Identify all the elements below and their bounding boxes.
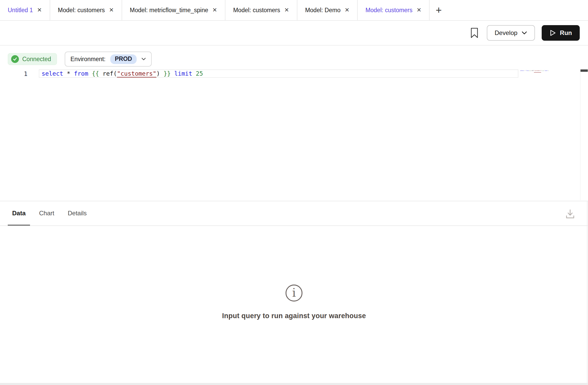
tab-label: Model: Demo [305, 7, 341, 14]
run-button[interactable]: Run [542, 25, 580, 41]
tab-model-customers-2[interactable]: Model: customers ✕ [225, 0, 297, 20]
code-token: ref [531, 70, 533, 71]
close-icon[interactable]: ✕ [212, 7, 217, 13]
connection-status-row: Connected Environment: PROD [0, 46, 588, 67]
environment-value-pill: PROD [110, 54, 137, 64]
develop-label: Develop [495, 29, 517, 37]
code-token: 25 [548, 70, 549, 71]
code-token: "customers" [117, 70, 156, 77]
tab-model-customers-3[interactable]: Model: customers ✕ [358, 0, 430, 20]
download-button[interactable] [564, 208, 576, 220]
code-token [171, 70, 174, 77]
code-token: select [520, 70, 524, 71]
tab-label: Model: metricflow_time_spine [130, 7, 208, 14]
tab-bar: Untitled 1 ✕ Model: customers ✕ Model: m… [0, 0, 588, 21]
environment-selector[interactable]: Environment: PROD [65, 52, 152, 67]
code-token [70, 70, 74, 77]
editor-scrollbar-track [580, 69, 580, 200]
code-line-1[interactable]: select * from {{ ref("customers") }} lim… [39, 69, 518, 78]
tab-model-customers-1[interactable]: Model: customers ✕ [50, 0, 122, 20]
code-token [88, 70, 92, 77]
code-token: from [74, 70, 88, 77]
code-token: ) [156, 70, 160, 77]
chevron-down-icon [521, 31, 527, 35]
empty-state: i Input query to run against your wareho… [222, 284, 366, 320]
code-token: ref [102, 70, 113, 77]
info-icon: i [285, 284, 303, 302]
code-token [160, 70, 164, 77]
tab-model-metricflow-time-spine[interactable]: Model: metricflow_time_spine ✕ [122, 0, 225, 20]
tab-untitled-1[interactable]: Untitled 1 ✕ [0, 0, 50, 20]
add-tab-button[interactable]: + [430, 0, 448, 20]
close-icon[interactable]: ✕ [417, 7, 421, 13]
close-icon[interactable]: ✕ [37, 7, 42, 13]
code-token: select [42, 70, 63, 77]
play-icon [549, 29, 556, 37]
download-icon [564, 208, 576, 220]
code-token: * [67, 70, 70, 77]
code-token: ( [113, 70, 117, 77]
editor-section: Connected Environment: PROD 1 select * f… [0, 46, 588, 201]
code-token [192, 70, 196, 77]
code-token: limit [544, 70, 548, 71]
tab-details[interactable]: Details [63, 202, 91, 226]
code-token: "customers" [534, 70, 541, 71]
close-icon[interactable]: ✕ [345, 7, 349, 13]
code-token [99, 70, 103, 77]
results-panel-header: Data Chart Details [0, 201, 588, 226]
tab-label: Model: customers [233, 7, 280, 14]
plus-icon: + [436, 4, 442, 16]
ide-window: Untitled 1 ✕ Model: customers ✕ Model: m… [0, 0, 588, 385]
empty-state-message: Input query to run against your warehous… [222, 312, 366, 320]
bookmark-icon [470, 27, 479, 39]
tab-data[interactable]: Data [8, 202, 30, 226]
tab-model-demo[interactable]: Model: Demo ✕ [297, 0, 358, 20]
toolbar: Develop Run [0, 21, 588, 46]
code-token [63, 70, 67, 77]
bottom-strip [0, 383, 588, 385]
connected-check-circle [11, 55, 19, 63]
tab-label: Model: customers [365, 7, 413, 14]
environment-label: Environment: [70, 56, 106, 63]
code-token: limit [174, 70, 192, 77]
tab-label: Model: customers [58, 7, 105, 14]
code-editor[interactable]: 1 select * from {{ ref("customers") }} l… [0, 69, 588, 78]
results-panel-body: i Input query to run against your wareho… [0, 226, 588, 383]
info-glyph: i [292, 286, 296, 299]
check-icon [13, 57, 17, 61]
editor-scrollbar-thumb[interactable] [580, 69, 588, 72]
results-tabs: Data Chart Details [8, 201, 91, 225]
close-icon[interactable]: ✕ [284, 7, 289, 13]
connected-label: Connected [22, 56, 51, 63]
code-token: 25 [196, 70, 203, 77]
bookmark-button[interactable] [469, 26, 480, 40]
close-icon[interactable]: ✕ [109, 7, 114, 13]
minimap: select * from {{ ref("customers") }} lim… [520, 69, 549, 73]
code-token: }} [164, 70, 171, 77]
tab-label: Untitled 1 [8, 7, 33, 14]
tab-chart[interactable]: Chart [35, 202, 59, 226]
connected-status-badge: Connected [8, 53, 57, 65]
chevron-down-icon [141, 58, 146, 61]
line-number-gutter: 1 [0, 69, 39, 78]
code-token: {{ [92, 70, 99, 77]
run-label: Run [560, 29, 572, 37]
code-token: from [526, 70, 529, 71]
develop-dropdown-button[interactable]: Develop [487, 25, 535, 41]
results-right-border [587, 201, 587, 383]
